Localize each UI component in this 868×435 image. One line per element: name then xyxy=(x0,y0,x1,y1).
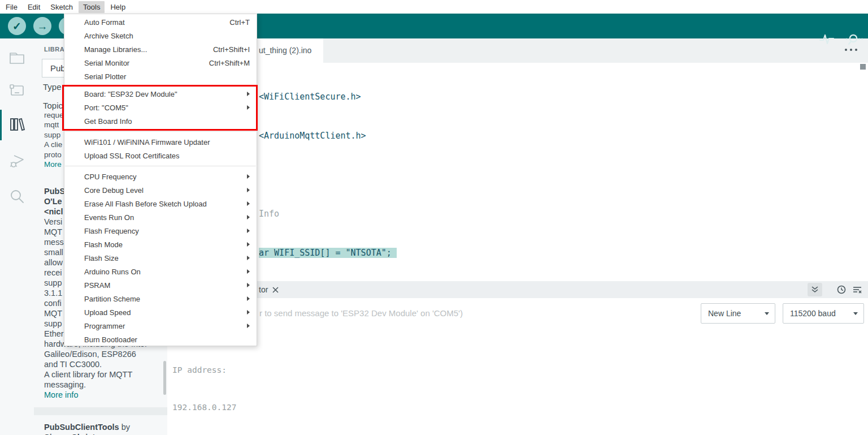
chevron-down-icon xyxy=(765,312,769,315)
menu-item-core-debug-level[interactable]: Core Debug Level xyxy=(64,183,257,197)
serial-monitor-button[interactable] xyxy=(844,32,863,47)
menu-item-upload-speed[interactable]: Upload Speed xyxy=(64,305,257,319)
baud-rate-select[interactable]: 115200 baud xyxy=(783,303,864,324)
activity-sidebar xyxy=(0,38,34,435)
menu-item-serial-monitor[interactable]: Serial MonitorCtrl+Shift+M xyxy=(64,56,257,70)
board-icon xyxy=(9,84,25,97)
bug-play-icon xyxy=(8,154,25,169)
more-info-link[interactable]: More xyxy=(44,160,64,169)
editor-scrollbar[interactable] xyxy=(860,64,866,70)
submenu-arrow-icon xyxy=(247,324,250,328)
filter-type-dropdown[interactable]: Type xyxy=(43,82,62,92)
clear-lines-icon xyxy=(852,285,862,294)
menu-separator xyxy=(65,85,256,85)
pubsubclienttools-card: PubSubClientTools by Simon Christ xyxy=(44,422,130,435)
serial-input-row: r to send message to 'ESP32 Dev Module' … xyxy=(167,298,868,331)
menu-item-psram[interactable]: PSRAM xyxy=(64,278,257,292)
sidebar-item-search[interactable] xyxy=(0,185,34,208)
clock-icon xyxy=(837,285,846,294)
submenu-arrow-icon xyxy=(247,188,250,192)
library-card-text: reque mqtt supp A clie proto More xyxy=(44,110,64,169)
upload-button[interactable]: → xyxy=(33,17,51,35)
submenu-arrow-icon xyxy=(247,92,250,96)
submenu-arrow-icon xyxy=(247,215,250,219)
menu-sketch[interactable]: Sketch xyxy=(46,1,77,13)
menu-item-flash-frequency[interactable]: Flash Frequency xyxy=(64,224,257,238)
double-chevron-down-icon xyxy=(811,286,819,294)
more-info-link[interactable]: More info xyxy=(44,390,146,400)
menu-file[interactable]: File xyxy=(1,1,22,13)
menu-item-events-run-on[interactable]: Events Run On xyxy=(64,210,257,224)
card-separator xyxy=(34,407,167,415)
sidebar-item-debug[interactable] xyxy=(0,150,34,173)
sidebar-item-library-manager[interactable] xyxy=(0,113,34,136)
submenu-arrow-icon xyxy=(247,105,250,110)
folder-icon xyxy=(9,51,25,64)
clear-output-button[interactable] xyxy=(850,283,865,296)
menu-help[interactable]: Help xyxy=(106,1,130,13)
menu-item-programmer[interactable]: Programmer xyxy=(64,319,257,333)
menu-item-auto-format[interactable]: Auto FormatCtrl+T xyxy=(64,15,257,29)
arrow-right-icon: → xyxy=(37,21,48,32)
code-editor[interactable]: <WiFiClientSecure.h> <ArduinoMqttClient.… xyxy=(167,63,868,281)
library-manager-title: LIBRA xyxy=(44,46,64,53)
menu-item-firmware-updater[interactable]: WiFi101 / WiFiNINA Firmware Updater xyxy=(64,135,257,149)
sidebar-item-sketchbook[interactable] xyxy=(0,46,34,69)
menu-item-archive-sketch[interactable]: Archive Sketch xyxy=(64,29,257,42)
menu-item-manage-libraries[interactable]: Manage Libraries...Ctrl+Shift+I xyxy=(64,42,257,56)
collapse-panel-button[interactable] xyxy=(808,283,822,296)
filter-topic-dropdown[interactable]: Topic xyxy=(43,101,63,110)
menu-item-serial-plotter[interactable]: Serial Plotter xyxy=(64,70,257,83)
submenu-arrow-icon xyxy=(247,269,250,274)
menu-item-upload-ssl-certs[interactable]: Upload SSL Root Certificates xyxy=(64,149,257,162)
books-icon xyxy=(8,117,25,132)
verify-button[interactable]: ✓ xyxy=(8,17,26,35)
menu-item-cpu-frequency[interactable]: CPU Frequency xyxy=(64,170,257,183)
sidebar-item-boards-manager[interactable] xyxy=(0,79,34,102)
menu-item-get-board-info[interactable]: Get Board Info xyxy=(64,114,257,128)
arduino-ide-window: File Edit Sketch Tools Help ✓ → xyxy=(0,0,868,435)
submenu-arrow-icon xyxy=(247,201,250,206)
menu-item-erase-flash[interactable]: Erase All Flash Before Sketch Upload xyxy=(64,197,257,210)
line-ending-select[interactable]: New Line xyxy=(701,303,775,324)
serial-monitor-tab[interactable]: tor xyxy=(259,285,279,294)
editor-tabbar: ut_thing (2).ino xyxy=(167,38,868,63)
pulse-icon xyxy=(819,32,835,47)
panel-scrollbar[interactable] xyxy=(163,361,166,395)
submenu-arrow-icon xyxy=(247,310,250,315)
menu-item-arduino-runs-on[interactable]: Arduino Runs On xyxy=(64,265,257,278)
tab-title: ut_thing (2).ino xyxy=(259,46,311,55)
serial-monitor-header: tor xyxy=(167,281,868,298)
menu-item-burn-bootloader[interactable]: Burn Bootloader xyxy=(64,333,257,346)
menu-item-port[interactable]: Port: "COM5" xyxy=(64,101,257,114)
tools-menu: Auto FormatCtrl+T Archive Sketch Manage … xyxy=(64,14,257,346)
serial-message-input[interactable]: r to send message to 'ESP32 Dev Module' … xyxy=(259,308,463,318)
timestamp-button[interactable] xyxy=(834,283,849,296)
serial-output-area[interactable]: IP address: 192.168.0.127 You're connect… xyxy=(167,331,868,435)
menu-item-flash-mode[interactable]: Flash Mode xyxy=(64,238,257,251)
submenu-arrow-icon xyxy=(247,229,250,233)
close-icon[interactable] xyxy=(272,287,279,293)
active-sidebar-indicator xyxy=(0,110,2,140)
check-icon: ✓ xyxy=(12,21,21,32)
menu-separator xyxy=(65,166,256,166)
serial-output-text: IP address: 192.168.0.127 You're connect… xyxy=(172,340,375,435)
menu-edit[interactable]: Edit xyxy=(23,1,45,13)
menu-item-partition-scheme[interactable]: Partition Scheme xyxy=(64,292,257,305)
menu-item-board[interactable]: Board: "ESP32 Dev Module" xyxy=(64,87,257,101)
menu-tools[interactable]: Tools xyxy=(79,1,105,13)
submenu-arrow-icon xyxy=(247,296,250,301)
submenu-arrow-icon xyxy=(247,174,250,179)
more-actions-icon[interactable] xyxy=(845,49,857,51)
submenu-arrow-icon xyxy=(247,283,250,287)
menu-item-flash-size[interactable]: Flash Size xyxy=(64,251,257,265)
code-lines: <WiFiClientSecure.h> <ArduinoMqttClient.… xyxy=(259,64,861,281)
menubar: File Edit Sketch Tools Help xyxy=(0,0,868,14)
search-icon xyxy=(9,188,25,204)
submenu-arrow-icon xyxy=(247,242,250,247)
magnifier-icon xyxy=(844,32,863,47)
submenu-arrow-icon xyxy=(247,256,250,260)
menu-separator xyxy=(65,131,256,132)
chevron-down-icon xyxy=(853,312,858,315)
serial-plotter-button[interactable] xyxy=(819,32,835,47)
